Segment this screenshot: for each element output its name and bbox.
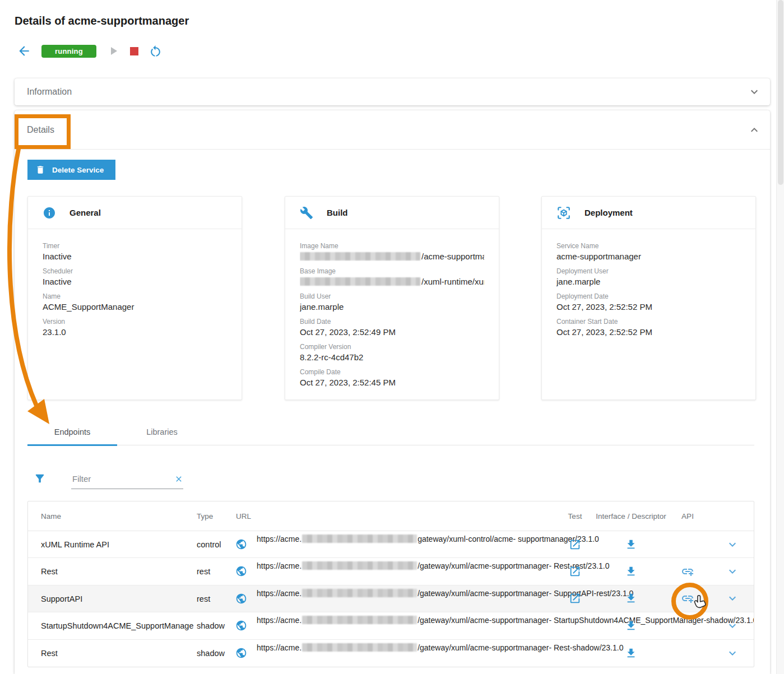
chevron-down-icon [726, 592, 739, 605]
endpoint-name: Rest [41, 640, 58, 667]
delete-service-label: Delete Service [52, 166, 104, 174]
endpoint-type: shadow [197, 640, 225, 667]
filter-input[interactable] [71, 472, 166, 484]
globe-icon [235, 538, 247, 550]
deployment-card-title: Deployment [584, 208, 633, 217]
table-row: StartupShutdown4ACME_SupportManager shad… [28, 612, 754, 639]
info-icon [43, 206, 56, 220]
chevron-down-icon [726, 538, 739, 551]
information-panel: Information [15, 78, 770, 105]
col-header-type: Type [197, 501, 213, 531]
col-header-url: URL [236, 501, 251, 531]
redaction-block [302, 534, 417, 543]
download-icon [625, 592, 637, 605]
information-panel-label: Information [27, 87, 72, 97]
add-api-link-button[interactable] [681, 565, 694, 578]
clear-filter-button[interactable] [174, 475, 183, 484]
deployment-card: Deployment Service Nameacme-supportmanag… [541, 196, 756, 400]
col-header-test: Test [568, 501, 582, 531]
download-descriptor-button[interactable] [625, 565, 637, 578]
globe-icon [235, 620, 247, 631]
expand-row-button[interactable] [726, 592, 739, 605]
download-descriptor-button[interactable] [625, 647, 637, 659]
test-endpoint-button[interactable] [569, 592, 581, 605]
redacted-value: /xuml-runtime/xum [300, 277, 484, 286]
scrollbar-thumb[interactable] [778, 0, 783, 185]
field-label: Version [43, 318, 227, 326]
close-icon [174, 475, 183, 484]
test-endpoint-button[interactable] [569, 565, 581, 578]
restart-button[interactable] [149, 44, 163, 58]
endpoint-url[interactable]: https://acme./gateway/xuml/acme-supportm… [257, 643, 549, 654]
redaction-block [302, 616, 417, 624]
tab-libraries[interactable]: Libraries [117, 419, 207, 445]
download-icon [625, 538, 637, 551]
play-icon [106, 44, 120, 58]
redaction-block [300, 252, 420, 261]
open-in-new-icon [569, 538, 581, 551]
redaction-block [302, 643, 417, 652]
add-api-link-button[interactable] [681, 592, 694, 605]
back-button[interactable] [17, 44, 31, 58]
endpoint-url[interactable]: https://acme./gateway/xuml/acme-supportm… [257, 588, 549, 599]
endpoint-type: control [197, 531, 221, 558]
table-header: Name Type URL Test Interface / Descripto… [28, 501, 754, 531]
chevron-down-icon [726, 565, 739, 578]
page-scrollbar[interactable] [776, 0, 784, 674]
expand-row-button[interactable] [726, 619, 739, 633]
test-endpoint-button[interactable] [569, 538, 581, 551]
build-card-title: Build [327, 208, 348, 217]
download-descriptor-button[interactable] [625, 592, 637, 605]
status-badge: running [41, 45, 96, 58]
page-title: Details of acme-supportmanager [15, 15, 189, 27]
restart-icon [149, 44, 163, 58]
service-details-page: Details of acme-supportmanager running I… [0, 0, 784, 674]
download-descriptor-button[interactable] [625, 620, 637, 632]
endpoint-name: SupportAPI [41, 585, 82, 612]
details-panel-label: Details [27, 125, 54, 135]
tab-endpoints[interactable]: Endpoints [27, 419, 117, 445]
trash-icon [35, 165, 45, 175]
endpoints-table: Name Type URL Test Interface / Descripto… [27, 501, 754, 667]
field-value: 23.1.0 [43, 327, 227, 337]
endpoint-url[interactable]: https://acme./gateway/xuml/acme-supportm… [257, 615, 549, 626]
delete-service-button[interactable]: Delete Service [27, 160, 115, 180]
field-value: Inactive [43, 277, 227, 286]
field-label: Scheduler [43, 267, 227, 275]
globe-icon [235, 565, 247, 577]
endpoint-type: rest [197, 558, 210, 585]
redacted-value: /acme-supportman [300, 252, 484, 261]
col-header-api: API [681, 501, 694, 531]
download-icon [625, 647, 637, 659]
chevron-down-icon [726, 647, 739, 660]
download-icon [625, 620, 637, 632]
redaction-block [302, 589, 417, 597]
redaction-block [302, 561, 417, 570]
table-row: SupportAPI rest https://acme./gateway/xu… [28, 585, 754, 612]
add-link-icon [681, 592, 694, 605]
table-row: xUML Runtime API control https://acme.ga… [28, 531, 754, 558]
expand-row-button[interactable] [726, 538, 739, 551]
download-icon [625, 565, 637, 578]
build-card: Build Image Name /acme-supportman Base I… [285, 196, 499, 400]
stop-button[interactable] [130, 47, 138, 55]
expand-row-button[interactable] [726, 647, 739, 660]
endpoint-name: StartupShutdown4ACME_SupportManager [41, 612, 193, 639]
endpoint-type: rest [197, 585, 210, 612]
chevron-up-icon [748, 123, 761, 137]
add-link-icon [681, 565, 694, 578]
details-panel-header[interactable]: Details [15, 110, 770, 150]
endpoint-url[interactable]: https://acme./gateway/xuml/acme-supportm… [257, 561, 549, 572]
download-descriptor-button[interactable] [625, 538, 637, 551]
start-button[interactable] [106, 44, 120, 58]
filter-row [34, 472, 183, 489]
information-panel-header[interactable]: Information [15, 78, 770, 105]
redaction-block [300, 277, 420, 286]
deployed-code-icon [556, 206, 571, 220]
endpoint-url[interactable]: https://acme.gateway/xuml-control/acme- … [257, 534, 549, 545]
chevron-down-icon [726, 619, 739, 633]
col-header-interface-descriptor: Interface / Descriptor [596, 501, 666, 531]
expand-row-button[interactable] [726, 565, 739, 578]
filter-icon [34, 472, 46, 485]
endpoint-name: Rest [41, 558, 58, 585]
